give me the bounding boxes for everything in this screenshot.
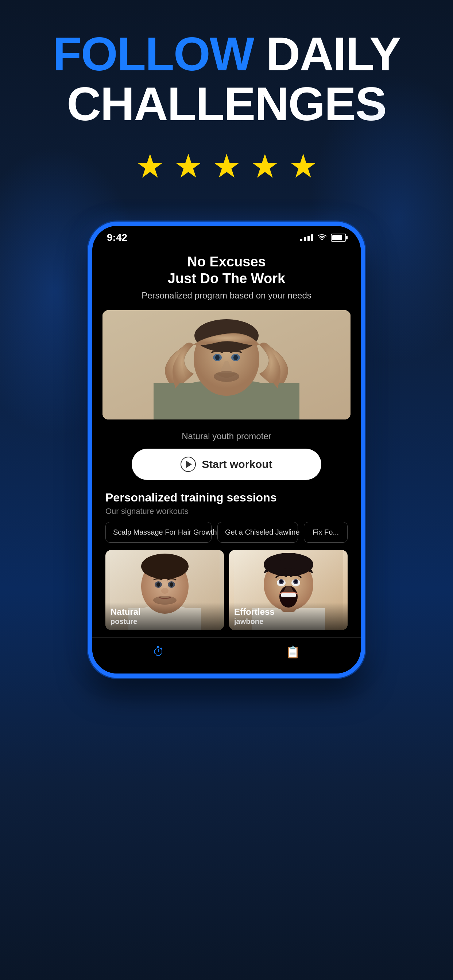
status-bar: 9:42 [92, 226, 361, 247]
wifi-icon [318, 233, 327, 242]
svg-rect-30 [281, 593, 296, 597]
svg-point-22 [161, 588, 169, 594]
card-effortless[interactable]: Effortless jawbone [229, 550, 348, 630]
start-workout-label: Start workout [202, 458, 272, 471]
stars-row: ★ ★ ★ ★ ★ [22, 147, 431, 185]
svg-point-17 [141, 554, 188, 579]
header-section: FOLLOW DAILY CHALLENGES ★ ★ ★ ★ ★ [0, 0, 453, 221]
app-subtitle: Personalized program based on your needs [107, 291, 346, 301]
workout-pills: Scalp Massage For Hair Growth Get a Chis… [105, 522, 348, 542]
star-4: ★ [250, 147, 280, 185]
page-wrapper: FOLLOW DAILY CHALLENGES ★ ★ ★ ★ ★ 9:42 [0, 0, 453, 980]
training-subtitle: Our signature workouts [105, 507, 348, 516]
nav-clipboard[interactable]: 📋 [286, 645, 300, 659]
card-natural-label: Natural [110, 607, 141, 617]
signal-icon [300, 234, 313, 241]
promo-text: Natural youth promoter [92, 425, 361, 445]
svg-point-9 [215, 355, 220, 360]
star-5: ★ [289, 147, 318, 185]
nav-timer[interactable]: ⏱ [153, 645, 164, 659]
training-title: Personalized training sessions [105, 491, 348, 504]
svg-point-21 [170, 582, 173, 587]
pill-scalp-massage[interactable]: Scalp Massage For Hair Growth [105, 522, 212, 542]
app-title: No ExcusesJust Do The Work [107, 254, 346, 287]
workout-cards-row: Natural posture [105, 550, 348, 630]
battery-icon [331, 234, 346, 242]
star-3: ★ [212, 147, 241, 185]
headline-daily: DAILY [266, 27, 400, 81]
training-section: Personalized training sessions Our signa… [92, 484, 361, 630]
svg-point-20 [156, 582, 160, 587]
svg-point-35 [280, 580, 283, 583]
star-1: ★ [135, 147, 165, 185]
phone-content: No ExcusesJust Do The Work Personalized … [92, 247, 361, 673]
start-workout-button[interactable]: Start workout [132, 449, 321, 480]
pill-jawline[interactable]: Get a Chiseled Jawline [217, 522, 298, 542]
status-time: 9:42 [107, 232, 127, 243]
hero-image [102, 310, 351, 420]
phone-mockup: 9:42 [88, 221, 365, 678]
star-2: ★ [174, 147, 203, 185]
bottom-nav: ⏱ 📋 [92, 638, 361, 663]
clipboard-icon: 📋 [286, 645, 300, 659]
timer-icon: ⏱ [153, 645, 164, 659]
card-natural[interactable]: Natural posture [105, 550, 224, 630]
svg-point-10 [233, 355, 238, 360]
status-icons [300, 233, 346, 242]
headline-follow: FOLLOW [53, 27, 266, 81]
app-header: No ExcusesJust Do The Work Personalized … [92, 247, 361, 304]
svg-point-36 [294, 580, 297, 583]
main-headline: FOLLOW DAILY CHALLENGES [22, 29, 431, 129]
headline-challenges: CHALLENGES [67, 77, 386, 130]
phone-frame: 9:42 [88, 221, 365, 678]
card-effortless-label: Effortless [234, 607, 274, 617]
play-icon [180, 457, 196, 472]
pill-fix[interactable]: Fix Fo... [304, 522, 348, 542]
